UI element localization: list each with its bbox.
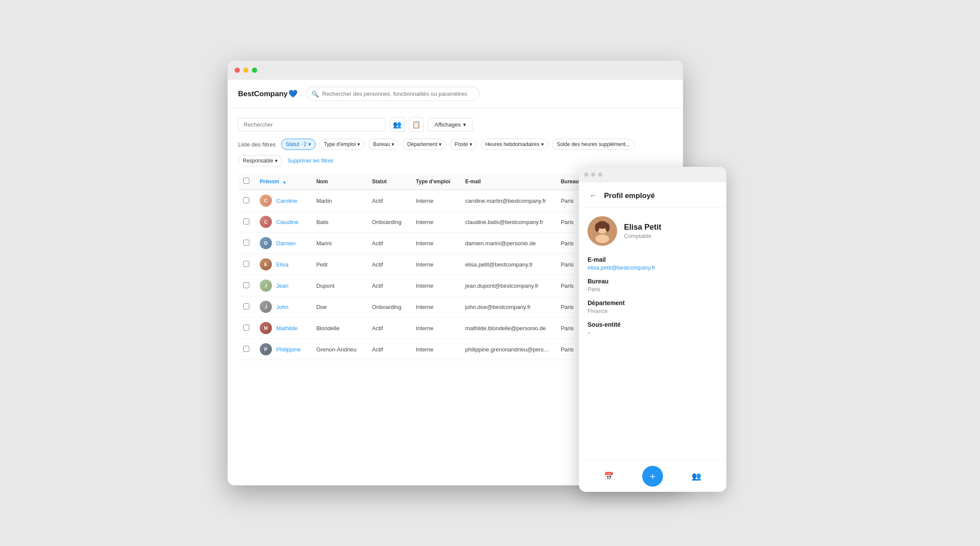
nom-cell: Petit — [311, 254, 366, 275]
employee-avatar: P — [260, 343, 272, 355]
panel-dot-1 — [584, 172, 588, 177]
row-checkbox[interactable] — [243, 303, 249, 309]
filter-chip-statut[interactable]: Statut · 2 ▾ — [281, 139, 316, 150]
row-checkbox[interactable] — [243, 282, 249, 288]
email-cell: jean.dupont@bestcompany.fr — [460, 275, 555, 296]
filter-chip-solde[interactable]: Solde des heures supplément... — [552, 139, 635, 150]
row-checkbox[interactable] — [243, 261, 249, 267]
type-emploi-cell: Interne — [411, 254, 460, 275]
nom-cell: Marini — [311, 233, 366, 254]
back-button[interactable]: ← — [588, 189, 599, 202]
type-emploi-cell: Interne — [411, 275, 460, 296]
filter-chip-responsable[interactable]: Responsable ▾ — [238, 155, 282, 166]
profile-panel-header: ← Profil employé — [579, 182, 726, 208]
fullscreen-traffic-light[interactable] — [252, 68, 257, 73]
logo-icon: 💙 — [288, 90, 297, 98]
profile-avatar — [588, 216, 617, 246]
col-statut[interactable]: Statut — [367, 173, 411, 190]
row-checkbox[interactable] — [243, 218, 249, 224]
global-search-input[interactable] — [306, 87, 480, 101]
employee-name-link[interactable]: Caroline — [276, 198, 297, 204]
display-button[interactable]: Affichages ▾ — [428, 118, 473, 131]
nom-cell: Doe — [311, 296, 366, 318]
close-traffic-light[interactable] — [235, 68, 240, 73]
row-checkbox[interactable] — [243, 240, 249, 246]
app-header: BestCompany💙 🔍 — [228, 80, 683, 108]
clear-filters-button[interactable]: Supprimer les filtres — [287, 158, 333, 164]
email-cell: mathilde.blondelle@personio.de — [460, 318, 555, 339]
traffic-lights — [235, 68, 257, 73]
filter-groups-button[interactable]: 👥 — [390, 117, 405, 132]
filter-chip-arrow: ▾ — [275, 158, 278, 164]
employee-name-link[interactable]: Philippine — [276, 346, 301, 353]
avatar-illustration — [588, 216, 617, 246]
sort-arrow-icon: ▲ — [282, 179, 287, 184]
prenom-cell: P Philippine — [260, 343, 306, 355]
email-cell: damien.marini@personio.de — [460, 233, 555, 254]
add-button[interactable]: ＋ — [642, 466, 663, 487]
type-emploi-cell: Interne — [411, 233, 460, 254]
row-checkbox[interactable] — [243, 346, 249, 352]
profile-name-block: Elisa Petit Comptable — [624, 223, 661, 239]
prenom-cell: C Caroline — [260, 195, 306, 207]
minimize-traffic-light[interactable] — [243, 68, 248, 73]
prenom-cell: M Mathilde — [260, 322, 306, 334]
employee-avatar: D — [260, 237, 272, 249]
view-options-button[interactable]: 📋 — [409, 117, 424, 132]
svg-point-4 — [595, 223, 599, 232]
statut-cell: Actif — [367, 233, 411, 254]
profile-panel-title: Profil employé — [604, 192, 655, 200]
calendar-button[interactable]: 📅 — [600, 468, 617, 485]
type-emploi-cell: Interne — [411, 190, 460, 211]
employee-avatar: J — [260, 280, 272, 292]
row-checkbox[interactable] — [243, 325, 249, 331]
team-button[interactable]: 👥 — [688, 468, 705, 485]
filter-chip-poste[interactable]: Poste ▾ — [450, 139, 477, 150]
filter-chip-type-emploi[interactable]: Type d'emploi ▾ — [319, 139, 365, 150]
email-cell: claudine.bails@bestcompany.fr — [460, 211, 555, 233]
employee-name-link[interactable]: Jean — [276, 283, 288, 289]
toolbar-row: 👥 📋 Affichages ▾ — [238, 117, 673, 132]
col-email[interactable]: E-mail — [460, 173, 555, 190]
col-type-emploi[interactable]: Type d'emploi — [411, 173, 460, 190]
employee-name-link[interactable]: John — [276, 304, 288, 310]
profile-field-sous-entite-value: – — [588, 329, 718, 336]
employee-search-bar[interactable] — [238, 118, 385, 131]
svg-point-2 — [595, 234, 609, 243]
type-emploi-cell: Interne — [411, 339, 460, 360]
filter-chip-heures[interactable]: Heures hebdomadaires ▾ — [480, 139, 549, 150]
col-nom[interactable]: Nom — [311, 173, 366, 190]
employee-name-link[interactable]: Mathilde — [276, 325, 297, 332]
employee-avatar: M — [260, 322, 272, 334]
employee-name-link[interactable]: Elisa — [276, 261, 288, 268]
profile-field-email-value[interactable]: elisa.petit@bestcompany.fr — [588, 264, 718, 271]
filter-row: Liste des filtres Statut · 2 ▾ Type d'em… — [238, 139, 673, 166]
profile-field-departement-value: Finance — [588, 308, 718, 314]
profile-info-top: Elisa Petit Comptable — [588, 216, 718, 246]
calendar-icon: 📅 — [604, 471, 614, 481]
employee-name-link[interactable]: Damien — [276, 240, 296, 247]
app-logo: BestCompany💙 — [238, 89, 297, 98]
statut-cell: Onboarding — [367, 211, 411, 233]
panel-dot-3 — [598, 172, 602, 177]
filter-chip-bureau[interactable]: Bureau ▾ — [368, 139, 399, 150]
profile-field-bureau-label: Bureau — [588, 278, 718, 285]
prenom-cell: J Jean — [260, 280, 306, 292]
statut-cell: Actif — [367, 339, 411, 360]
employee-search-input[interactable] — [238, 118, 385, 131]
row-checkbox[interactable] — [243, 197, 249, 203]
employee-name-link[interactable]: Claudine — [276, 219, 298, 225]
profile-employee-name: Elisa Petit — [624, 223, 661, 232]
prenom-cell: J John — [260, 301, 306, 313]
filter-chip-arrow: ▾ — [439, 141, 441, 147]
email-cell: philippine.grenonandrieu@personi... — [460, 339, 555, 360]
profile-panel-footer: 📅 ＋ 👥 — [579, 460, 726, 492]
display-chevron-icon: ▾ — [463, 121, 466, 128]
statut-cell: Actif — [367, 318, 411, 339]
panel-dot-2 — [591, 172, 595, 177]
global-search-bar[interactable]: 🔍 — [306, 87, 480, 101]
profile-field-email-label: E-mail — [588, 256, 718, 263]
filter-chip-departement[interactable]: Département ▾ — [402, 139, 446, 150]
select-all-checkbox[interactable] — [243, 178, 249, 184]
col-prenom[interactable]: Prénom ▲ — [255, 173, 311, 190]
